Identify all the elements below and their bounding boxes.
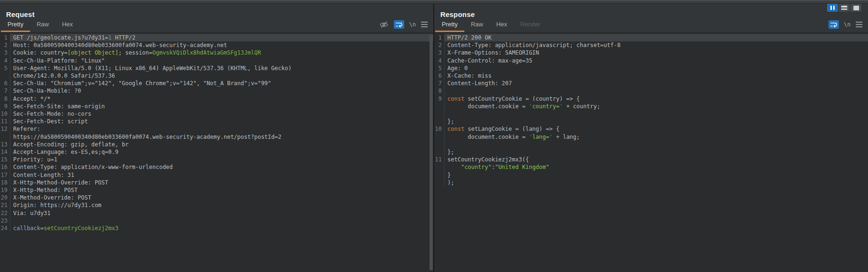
request-toolbar: \n	[379, 20, 428, 29]
hide-eye-slash-icon[interactable]	[379, 20, 389, 29]
code-line: Chrome/142.0.0.0 Safari/537.36	[10, 72, 433, 80]
code-row[interactable]: 3X-Frame-Options: SAMEORIGIN	[434, 49, 868, 56]
code-row[interactable]: 9const setCountryCookie = (country) => {	[434, 95, 868, 103]
code-row[interactable]: 19X-Http-Method: POST	[0, 186, 433, 194]
code-row[interactable]: document.cookie = 'country=' + country;	[434, 103, 868, 110]
code-row[interactable]: 2Content-Type: application/javascript; c…	[434, 41, 868, 49]
code-row[interactable]: 5Age: 0	[434, 64, 868, 72]
tab-hex[interactable]: Hex	[55, 18, 79, 32]
code-row[interactable]: 8Accept: */*	[0, 95, 433, 103]
word-wrap-toggle-icon[interactable]	[394, 20, 404, 29]
code-row[interactable]: 23	[0, 217, 433, 224]
scrollbar-thumb[interactable]	[430, 35, 433, 270]
code-row[interactable]: 17Content-Length: 31	[0, 171, 433, 179]
line-number	[434, 110, 445, 118]
tab-raw[interactable]: Raw	[464, 18, 490, 32]
code-line: Origin: https://u7dy31.com	[10, 201, 433, 209]
code-line: callback=setCountryCookiezj2mx3	[10, 224, 433, 232]
request-title: Request	[6, 10, 35, 18]
code-row[interactable]: };	[434, 148, 868, 156]
code-row[interactable]: }	[434, 171, 868, 179]
code-row[interactable]: 2Host: 0a5800590400340d80eb033600fa0074.…	[0, 41, 433, 49]
code-line: Host: 0a5800590400340d80eb033600fa0074.w…	[10, 41, 433, 49]
line-number: 8	[434, 87, 445, 95]
code-row[interactable]: 4Cache-Control: max-age=35	[434, 57, 868, 64]
line-number: 21	[0, 201, 10, 209]
line-number	[0, 133, 10, 141]
code-row[interactable]: 15Priority: u=1	[0, 156, 433, 163]
pause-button[interactable]	[827, 4, 838, 12]
rows-layout-icon	[841, 6, 847, 10]
line-number: 22	[0, 209, 10, 217]
code-row[interactable]: 24callback=setCountryCookiezj2mx3	[0, 224, 433, 232]
code-row[interactable]: 13Accept-Encoding: gzip, deflate, br	[0, 141, 433, 148]
code-row[interactable]: Chrome/142.0.0.0 Safari/537.36	[0, 72, 433, 80]
code-row[interactable]	[434, 110, 868, 118]
line-number: 1	[0, 34, 10, 41]
code-line: Content-Type: application/javascript; ch…	[445, 41, 868, 49]
code-row[interactable]: 4Sec-Ch-Ua-Platform: "Linux"	[0, 57, 433, 64]
code-row[interactable]: 10const setLangCookie = (lang) => {	[434, 125, 868, 133]
code-line: setCountryCookiezj2mx3({	[445, 156, 868, 163]
code-row[interactable]: 1GET /js/geolocate.js?u7dy31=1 HTTP/2	[0, 34, 433, 41]
code-row[interactable]: 16Content-Type: application/x-www-form-u…	[0, 163, 433, 171]
line-number: 10	[434, 125, 445, 133]
code-line: );	[445, 179, 868, 186]
code-row[interactable]: 6Sec-Ch-Ua: "Chromium";v="142", "Google …	[0, 80, 433, 87]
code-row[interactable]: 14Accept-Language: es-ES,es;q=0.9	[0, 148, 433, 156]
code-row[interactable]: 7Sec-Ch-Ua-Mobile: ?0	[0, 87, 433, 95]
code-line	[445, 141, 868, 148]
word-wrap-toggle-icon[interactable]	[829, 20, 839, 29]
code-line: Sec-Ch-Ua-Platform: "Linux"	[10, 57, 433, 64]
code-row[interactable]: 10Sec-Fetch-Mode: no-cors	[0, 110, 433, 118]
layout-single-button[interactable]	[851, 4, 861, 12]
code-row[interactable]: 18X-Http-Method-Override: POST	[0, 179, 433, 186]
code-row[interactable]: 9Sec-Fetch-Site: same-origin	[0, 103, 433, 110]
code-row[interactable]: 8	[434, 87, 868, 95]
code-row[interactable]: 20X-Method-Override: POST	[0, 194, 433, 201]
code-row[interactable]: 1HTTP/2 200 OK	[434, 34, 868, 41]
code-line: Cache-Control: max-age=35	[445, 57, 868, 64]
code-row[interactable]: 11Sec-Fetch-Dest: script	[0, 118, 433, 125]
code-row[interactable]: 6X-Cache: miss	[434, 72, 868, 80]
response-editor[interactable]: 1HTTP/2 200 OK2Content-Type: application…	[434, 32, 868, 272]
line-number: 3	[0, 49, 10, 56]
request-editor[interactable]: 1GET /js/geolocate.js?u7dy31=1 HTTP/22Ho…	[0, 32, 433, 272]
code-row[interactable]: document.cookie = 'lang=' + lang;	[434, 133, 868, 141]
tab-hex[interactable]: Hex	[490, 18, 514, 32]
code-row[interactable]: 5User-Agent: Mozilla/5.0 (X11; Linux x86…	[0, 64, 433, 72]
tab-pretty[interactable]: Pretty	[1, 18, 30, 32]
code-row[interactable]: 11setCountryCookiezj2mx3({	[434, 156, 868, 163]
code-line: };	[445, 118, 868, 125]
code-line: X-Cache: miss	[445, 72, 868, 80]
line-number	[434, 103, 445, 110]
editor-menu-icon[interactable]	[421, 20, 428, 29]
editor-menu-icon[interactable]	[856, 20, 862, 29]
layout-rows-button[interactable]	[839, 4, 850, 12]
code-line: }	[445, 171, 868, 179]
code-line: Sec-Ch-Ua: "Chromium";v="142", "Google C…	[10, 80, 433, 87]
code-row[interactable]: "country":"United Kingdom"	[434, 163, 868, 171]
tab-pretty[interactable]: Pretty	[435, 18, 464, 32]
code-row[interactable]: 21Origin: https://u7dy31.com	[0, 201, 433, 209]
code-row[interactable]: 3Cookie: country=[object Object]; sessio…	[0, 49, 433, 56]
line-number: 11	[0, 118, 10, 125]
line-number: 20	[0, 194, 10, 201]
editor-split: Request PrettyRawHex	[0, 4, 868, 272]
request-scrollbar[interactable]	[429, 34, 433, 272]
show-newlines-toggle-icon[interactable]: \n	[844, 20, 851, 29]
line-number: 8	[0, 95, 10, 103]
code-row[interactable]: };	[434, 118, 868, 125]
line-number: 18	[0, 179, 10, 186]
code-row[interactable]: https://0a5800590400340d80eb033600fa0074…	[0, 133, 433, 141]
code-line: document.cookie = 'country=' + country;	[445, 103, 868, 110]
code-row[interactable]: 12Referer:	[0, 125, 433, 133]
code-row[interactable]: 22Via: u7dy31	[0, 209, 433, 217]
tab-raw[interactable]: Raw	[30, 18, 55, 32]
response-header: Response PrettyRawHexRender \n	[434, 4, 868, 32]
code-row[interactable]: );	[434, 179, 868, 186]
code-row[interactable]	[434, 141, 868, 148]
window-layout-controls	[827, 4, 861, 12]
code-row[interactable]: 7Content-Length: 207	[434, 80, 868, 87]
show-newlines-toggle-icon[interactable]: \n	[409, 20, 416, 29]
